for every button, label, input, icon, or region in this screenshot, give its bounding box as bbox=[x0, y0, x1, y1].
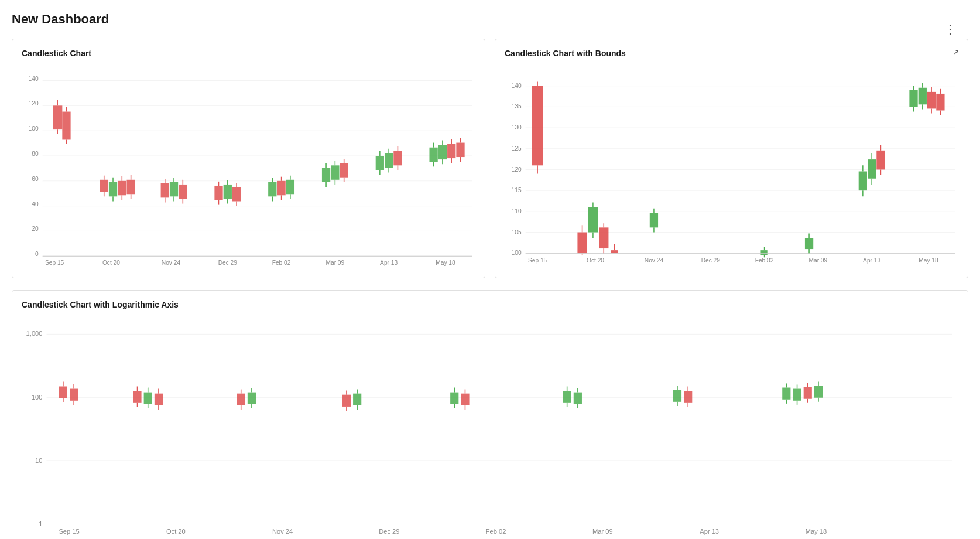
svg-rect-229 bbox=[793, 388, 801, 400]
svg-text:1,000: 1,000 bbox=[26, 330, 43, 337]
svg-rect-220 bbox=[673, 390, 681, 401]
svg-rect-134 bbox=[650, 213, 658, 227]
svg-rect-190 bbox=[144, 392, 152, 404]
svg-text:Dec 29: Dec 29 bbox=[701, 257, 721, 264]
svg-rect-196 bbox=[237, 393, 245, 405]
svg-rect-123 bbox=[577, 233, 587, 254]
svg-text:Sep 15: Sep 15 bbox=[59, 527, 79, 534]
svg-text:Sep 15: Sep 15 bbox=[528, 257, 547, 264]
svg-text:140: 140 bbox=[512, 83, 522, 89]
svg-text:20: 20 bbox=[32, 226, 39, 232]
candlestick-bounds-chart-panel: Candlestick Chart with Bounds ↗ 100 105 … bbox=[495, 39, 968, 278]
svg-rect-63 bbox=[322, 168, 330, 182]
expand-icon[interactable]: ↗ bbox=[952, 47, 960, 57]
chart3-title: Candlestick Chart with Logarithmic Axis bbox=[22, 300, 958, 309]
chart3-area: 1 10 100 1,000 bbox=[22, 316, 958, 536]
svg-text:60: 60 bbox=[32, 176, 39, 182]
svg-rect-187 bbox=[133, 391, 141, 402]
svg-rect-152 bbox=[909, 90, 917, 107]
svg-text:Oct 20: Oct 20 bbox=[166, 527, 186, 534]
svg-rect-24 bbox=[100, 180, 108, 192]
svg-rect-60 bbox=[286, 180, 294, 194]
svg-text:105: 105 bbox=[512, 229, 522, 236]
svg-rect-232 bbox=[804, 387, 812, 398]
svg-text:Feb 02: Feb 02 bbox=[272, 260, 291, 266]
svg-text:Apr 13: Apr 13 bbox=[700, 527, 719, 534]
svg-text:Mar 09: Mar 09 bbox=[325, 260, 344, 266]
svg-rect-149 bbox=[876, 151, 885, 170]
svg-text:1: 1 bbox=[39, 520, 42, 527]
svg-rect-66 bbox=[331, 165, 339, 179]
svg-text:0: 0 bbox=[35, 251, 39, 257]
svg-rect-158 bbox=[927, 92, 936, 109]
svg-text:Apr 13: Apr 13 bbox=[863, 257, 880, 264]
svg-rect-155 bbox=[919, 88, 927, 105]
svg-rect-69 bbox=[340, 163, 348, 177]
svg-text:Oct 20: Oct 20 bbox=[102, 260, 120, 266]
svg-rect-208 bbox=[450, 392, 458, 404]
svg-text:100: 100 bbox=[512, 250, 522, 256]
svg-rect-205 bbox=[353, 393, 361, 405]
svg-rect-161 bbox=[936, 94, 944, 111]
svg-text:Feb 02: Feb 02 bbox=[755, 257, 774, 264]
menu-dots-button[interactable]: ⋮ bbox=[944, 22, 957, 36]
svg-text:Dec 29: Dec 29 bbox=[218, 260, 238, 266]
svg-text:135: 135 bbox=[512, 103, 522, 110]
svg-text:Apr 13: Apr 13 bbox=[380, 260, 398, 266]
chart1-area: 0 20 40 60 80 100 120 140 bbox=[22, 65, 475, 268]
svg-text:115: 115 bbox=[512, 187, 522, 193]
svg-rect-199 bbox=[248, 392, 256, 404]
svg-rect-51 bbox=[232, 187, 241, 201]
svg-rect-21 bbox=[62, 112, 70, 140]
svg-text:130: 130 bbox=[512, 124, 522, 131]
svg-text:Dec 29: Dec 29 bbox=[379, 527, 399, 534]
svg-text:May 18: May 18 bbox=[806, 527, 827, 534]
svg-rect-120 bbox=[532, 86, 543, 166]
candlestick-chart-panel: Candlestick Chart 0 20 40 60 80 100 120 … bbox=[12, 39, 485, 278]
svg-text:140: 140 bbox=[29, 76, 39, 82]
svg-rect-223 bbox=[684, 391, 692, 402]
svg-text:Nov 24: Nov 24 bbox=[162, 260, 181, 266]
svg-rect-48 bbox=[224, 185, 232, 199]
svg-rect-126 bbox=[588, 207, 598, 233]
svg-rect-129 bbox=[599, 227, 608, 248]
svg-rect-57 bbox=[277, 181, 285, 195]
svg-rect-42 bbox=[179, 185, 187, 199]
svg-rect-45 bbox=[214, 186, 222, 200]
svg-text:Feb 02: Feb 02 bbox=[486, 527, 506, 534]
svg-text:100: 100 bbox=[29, 125, 39, 132]
svg-rect-143 bbox=[859, 172, 867, 191]
svg-rect-235 bbox=[814, 386, 823, 397]
svg-rect-193 bbox=[155, 393, 163, 405]
page-title: New Dashboard bbox=[12, 12, 968, 27]
svg-rect-30 bbox=[118, 181, 126, 195]
logarithmic-chart-panel: Candlestick Chart with Logarithmic Axis … bbox=[12, 290, 968, 539]
svg-text:May 18: May 18 bbox=[919, 257, 938, 264]
svg-text:40: 40 bbox=[32, 201, 39, 207]
svg-rect-75 bbox=[385, 153, 393, 168]
svg-rect-202 bbox=[342, 394, 351, 406]
svg-rect-181 bbox=[59, 386, 67, 398]
svg-rect-18 bbox=[53, 105, 62, 129]
svg-rect-84 bbox=[438, 145, 447, 159]
svg-rect-90 bbox=[456, 143, 464, 157]
svg-text:Oct 20: Oct 20 bbox=[587, 257, 604, 264]
svg-rect-39 bbox=[170, 182, 178, 196]
svg-rect-146 bbox=[868, 159, 876, 179]
svg-text:Sep 15: Sep 15 bbox=[45, 260, 64, 266]
chart1-title: Candlestick Chart bbox=[22, 49, 475, 58]
svg-text:May 18: May 18 bbox=[436, 260, 455, 266]
svg-text:125: 125 bbox=[512, 145, 522, 152]
svg-rect-78 bbox=[393, 151, 402, 165]
svg-text:110: 110 bbox=[512, 208, 522, 214]
svg-text:Mar 09: Mar 09 bbox=[592, 527, 613, 534]
svg-rect-184 bbox=[70, 388, 78, 400]
svg-text:80: 80 bbox=[32, 151, 39, 157]
svg-text:Nov 24: Nov 24 bbox=[645, 257, 664, 264]
svg-text:Mar 09: Mar 09 bbox=[808, 257, 827, 264]
svg-rect-211 bbox=[461, 393, 469, 405]
svg-rect-140 bbox=[805, 238, 813, 249]
svg-rect-27 bbox=[109, 182, 117, 196]
chart2-title: Candlestick Chart with Bounds bbox=[505, 49, 958, 58]
svg-text:120: 120 bbox=[29, 100, 39, 107]
